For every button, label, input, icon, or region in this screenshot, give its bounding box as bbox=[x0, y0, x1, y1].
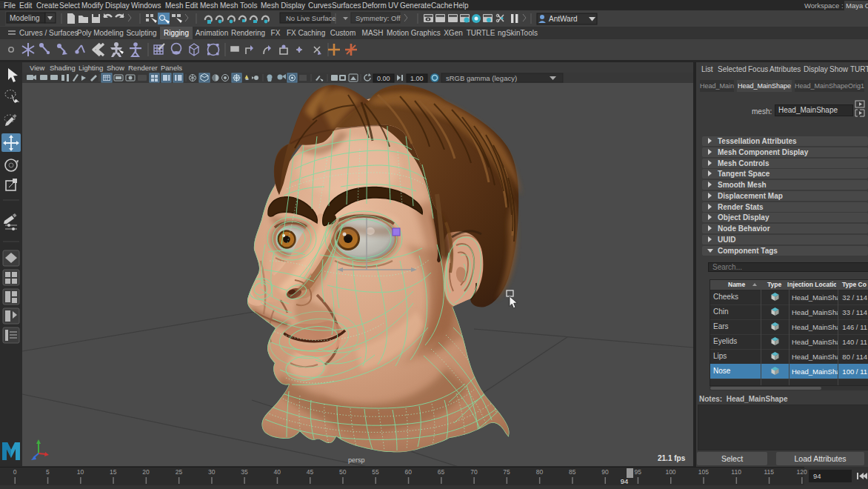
svg-text:0: 0 bbox=[13, 468, 17, 476]
svg-text:sRGB gamma (legacy): sRGB gamma (legacy) bbox=[446, 74, 517, 82]
svg-text:30: 30 bbox=[208, 468, 216, 476]
svg-text:50: 50 bbox=[339, 468, 347, 476]
svg-text:Modeling: Modeling bbox=[10, 14, 40, 22]
svg-text:1.00: 1.00 bbox=[410, 75, 424, 82]
svg-text:115: 115 bbox=[764, 468, 775, 476]
svg-text:15: 15 bbox=[110, 468, 117, 476]
svg-text:95: 95 bbox=[634, 468, 641, 476]
svg-text:No Live Surface: No Live Surface bbox=[286, 14, 336, 22]
svg-text:60: 60 bbox=[405, 468, 413, 476]
svg-text:0.00: 0.00 bbox=[377, 75, 390, 82]
svg-text:75: 75 bbox=[503, 468, 510, 476]
svg-text:100: 100 bbox=[665, 468, 675, 476]
svg-text:AntWard: AntWard bbox=[549, 15, 578, 23]
svg-text:105: 105 bbox=[698, 468, 709, 476]
svg-text:90: 90 bbox=[601, 468, 609, 476]
svg-text:35: 35 bbox=[241, 468, 248, 476]
svg-text:65: 65 bbox=[438, 468, 445, 476]
svg-text:70: 70 bbox=[470, 468, 478, 476]
svg-text:40: 40 bbox=[273, 468, 281, 476]
svg-text:94: 94 bbox=[621, 477, 629, 485]
svg-text:110: 110 bbox=[731, 468, 741, 476]
svg-text:85: 85 bbox=[569, 468, 576, 476]
svg-text:94: 94 bbox=[813, 472, 821, 480]
svg-text:25: 25 bbox=[176, 468, 183, 476]
svg-text:55: 55 bbox=[372, 468, 379, 476]
svg-text:45: 45 bbox=[307, 468, 314, 476]
svg-text:10: 10 bbox=[77, 468, 84, 476]
svg-text:80: 80 bbox=[536, 468, 544, 476]
svg-text:Symmetry: Off: Symmetry: Off bbox=[355, 14, 401, 22]
svg-text:5: 5 bbox=[46, 468, 50, 476]
svg-text:120: 120 bbox=[797, 468, 807, 476]
svg-text:20: 20 bbox=[142, 468, 150, 476]
